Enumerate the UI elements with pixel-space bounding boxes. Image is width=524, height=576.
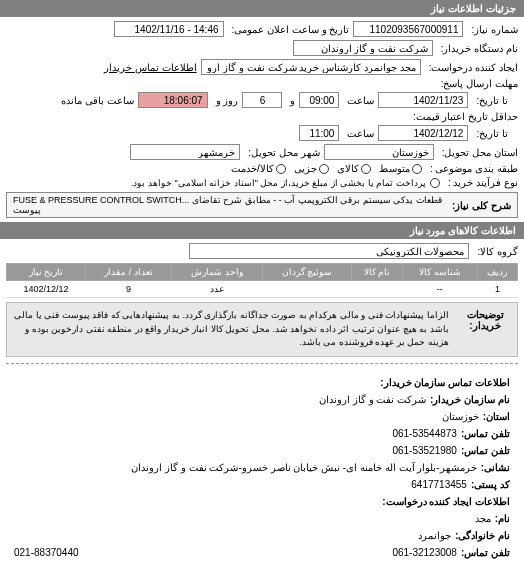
- col-spin: سوئیچ گردان: [262, 264, 351, 281]
- group-input[interactable]: [189, 243, 469, 259]
- buyer-desc-block: توضیحات خریدار: الزاما پیشنهادات فنی و م…: [6, 302, 518, 357]
- cat-label: طبقه بندی موضوعی :: [426, 163, 518, 174]
- fax-label: تلفن تماس:: [461, 442, 510, 459]
- org-value: شرکت نفت و گاز اروندان: [319, 391, 426, 408]
- dev-input[interactable]: [293, 40, 433, 56]
- cphone-label: تلفن تماس:: [461, 544, 510, 561]
- validity-to-input[interactable]: [378, 125, 468, 141]
- ann-input[interactable]: [114, 21, 224, 37]
- divider: [6, 363, 518, 364]
- name-label: نام:: [495, 510, 510, 527]
- family-value: جوانمرد: [418, 527, 451, 544]
- days-input[interactable]: [242, 92, 282, 108]
- city-label: شهر محل تحویل:: [244, 147, 319, 158]
- items-table: ردیف شناسه کالا نام کالا سوئیچ گردان واح…: [6, 263, 518, 298]
- contact-title: اطلاعات تماس سازمان خریدار:: [380, 374, 510, 391]
- radio-icon: [319, 164, 329, 174]
- cat-radio-group: متوسط کالای جزیی کالا/خدمت: [231, 163, 422, 174]
- cphone1-value: 061-32123008: [392, 544, 457, 561]
- items-content: گروه کالا: ردیف شناسه کالا نام کالا سوئی…: [0, 239, 524, 569]
- hour-label-1: ساعت: [343, 95, 374, 106]
- province-label: استان:: [483, 408, 510, 425]
- process-radio-group: [430, 178, 440, 188]
- days-label: روز و: [212, 95, 239, 106]
- phone-label: تلفن تماس:: [461, 425, 510, 442]
- table-row[interactable]: 1 -- عدد 9 1402/12/12: [7, 281, 518, 298]
- cat-opt-1[interactable]: کالای: [337, 163, 371, 174]
- req-no-label: شماره نیاز:: [467, 24, 518, 35]
- col-name: نام کالا: [352, 264, 403, 281]
- cat-opt-3[interactable]: کالا/خدمت: [231, 163, 286, 174]
- to-date-label: تا تاریخ:: [472, 95, 508, 106]
- req-no-input[interactable]: [353, 21, 463, 37]
- deadline-group-label: مهلت ارسال پاسخ:: [437, 78, 518, 89]
- phone-value: 061-53544873: [392, 425, 457, 442]
- creator-contact-link[interactable]: اطلاعات تماس خریدار: [100, 62, 197, 73]
- addr-value: خرمشهر-بلوار آیت اله خامنه ای- نبش خیابا…: [131, 459, 476, 476]
- buyer-desc-text: الزاما پیشنهادات فنی و مالی هرکدام به صو…: [9, 305, 453, 354]
- radio-icon: [361, 164, 371, 174]
- post-value: 6417713455: [411, 476, 467, 493]
- process-note: پرداخت تمام یا بخشی از مبلغ خرید،از محل …: [131, 178, 426, 188]
- cat-opt-2[interactable]: جزیی: [294, 163, 329, 174]
- validity-to-label: تا تاریخ:: [472, 128, 508, 139]
- radio-icon[interactable]: [430, 178, 440, 188]
- validity-hour-input[interactable]: [299, 125, 339, 141]
- city-input[interactable]: [130, 144, 240, 160]
- and-label: و: [286, 95, 295, 106]
- province-value: خوزستان: [442, 408, 479, 425]
- cphone2-value: 021-88370440: [14, 544, 79, 561]
- process-label: نوع فرآیند خرید :: [444, 177, 518, 188]
- keyword-value: FUSE & PRESSURE CONTROL SWITCH... قطعات …: [13, 195, 442, 215]
- location-label: استان محل تحویل:: [438, 147, 518, 158]
- creator-input[interactable]: [201, 59, 421, 75]
- col-unit: واحد شمارش: [172, 264, 263, 281]
- col-code: شناسه کالا: [402, 264, 477, 281]
- section-title: جزئیات اطلاعات نیاز: [431, 3, 516, 14]
- buyer-desc-label: توضیحات خریدار:: [455, 305, 515, 354]
- items-title: اطلاعات کالاهای مورد نیاز: [410, 225, 516, 236]
- form-content: شماره نیاز: تاریخ و ساعت اعلان عمومی: نا…: [0, 17, 524, 222]
- col-need: تاریخ نیاز: [7, 264, 86, 281]
- section-header-details: جزئیات اطلاعات نیاز: [0, 0, 524, 17]
- province-input[interactable]: [324, 144, 434, 160]
- radio-icon: [276, 164, 286, 174]
- family-label: نام خانوادگی:: [455, 527, 510, 544]
- addr-label: نشانی:: [481, 459, 510, 476]
- cat-opt-0[interactable]: متوسط: [379, 163, 422, 174]
- keyword-label: شرح کلی نیاز:: [448, 200, 511, 211]
- hour-label-2: ساعت: [343, 128, 374, 139]
- col-row: ردیف: [477, 264, 517, 281]
- validity-label: حداقل تاریخ اعتبار قیمت:: [409, 111, 518, 122]
- ann-label: تاریخ و ساعت اعلان عمومی:: [228, 24, 350, 35]
- section-header-items: اطلاعات کالاهای مورد نیاز: [0, 222, 524, 239]
- creator-label: ایجاد کننده درخواست:: [425, 62, 518, 73]
- remain-input: [138, 92, 208, 108]
- to-hour-input[interactable]: [299, 92, 339, 108]
- to-date-input[interactable]: [378, 92, 468, 108]
- creator-title: اطلاعات ایجاد کننده درخواست:: [382, 493, 510, 510]
- fax-value: 061-53521980: [392, 442, 457, 459]
- keyword-row: شرح کلی نیاز: FUSE & PRESSURE CONTROL SW…: [6, 192, 518, 218]
- contact-block: اطلاعات تماس سازمان خریدار: نام سازمان خ…: [6, 370, 518, 565]
- col-qty: تعداد / مقدار: [85, 264, 171, 281]
- post-label: کد پستی:: [471, 476, 510, 493]
- org-label: نام سازمان خریدار:: [430, 391, 510, 408]
- dev-label: نام دستگاه خریدار:: [437, 43, 518, 54]
- remain-label: ساعت باقی مانده: [57, 95, 134, 106]
- radio-icon: [412, 164, 422, 174]
- name-value: مجد: [475, 510, 491, 527]
- group-label: گروه کالا:: [473, 246, 518, 257]
